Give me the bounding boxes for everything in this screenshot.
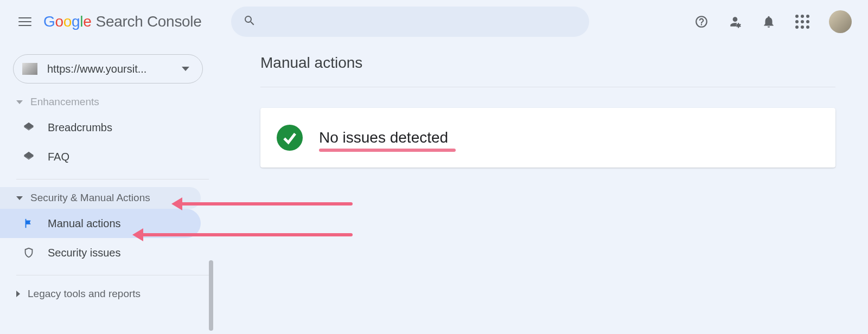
annotation-underline: [319, 149, 456, 152]
sidebar-section-label: Enhancements: [30, 96, 99, 108]
menu-button[interactable]: [18, 15, 31, 28]
sidebar-item-breadcrumbs[interactable]: Breadcrumbs: [0, 113, 201, 142]
sidebar-section-label: Legacy tools and reports: [28, 288, 141, 300]
help-icon[interactable]: [694, 15, 709, 29]
apps-icon[interactable]: [795, 15, 809, 29]
shield-icon: [23, 247, 36, 259]
status-message: No issues detected: [319, 129, 448, 146]
sidebar-section-legacy[interactable]: Legacy tools and reports: [0, 283, 209, 305]
search-input[interactable]: [231, 7, 589, 37]
annotation-arrow: [141, 233, 353, 236]
sidebar-item-label: FAQ: [48, 151, 69, 163]
layers-icon: [23, 151, 36, 163]
checkmark-icon: [277, 125, 303, 151]
product-name: Search Console: [96, 13, 202, 30]
search-icon: [243, 14, 256, 29]
caret-down-icon: [16, 196, 23, 200]
page-title: Manual actions: [260, 54, 835, 72]
sidebar-item-label: Manual actions: [48, 217, 121, 230]
avatar[interactable]: [829, 10, 852, 33]
divider: [16, 179, 209, 179]
divider: [16, 275, 209, 275]
flag-icon: [23, 217, 36, 229]
property-url: https://www.yoursit...: [47, 63, 182, 75]
logo: Google Search Console: [43, 13, 202, 30]
user-settings-icon[interactable]: [728, 15, 742, 29]
notifications-icon[interactable]: [762, 15, 776, 29]
annotation-arrow: [180, 202, 353, 205]
sidebar-item-security-issues[interactable]: Security issues: [0, 238, 201, 267]
google-logo: Google: [43, 13, 92, 30]
status-message-text: No issues detected: [319, 129, 448, 146]
caret-down-icon: [16, 100, 23, 104]
sidebar-section-label: Security & Manual Actions: [30, 192, 150, 204]
property-thumbnail: [22, 63, 37, 75]
main-content: Manual actions No issues detected: [260, 54, 835, 168]
chevron-down-icon: [182, 67, 189, 71]
divider: [260, 87, 835, 87]
caret-right-icon: [16, 291, 20, 297]
sidebar-item-faq[interactable]: FAQ: [0, 142, 201, 171]
status-card: No issues detected: [260, 108, 835, 168]
scrollbar[interactable]: [209, 260, 213, 331]
sidebar-section-enhancements[interactable]: Enhancements: [0, 91, 209, 113]
layers-icon: [23, 121, 36, 133]
sidebar-item-label: Security issues: [48, 247, 121, 259]
sidebar: https://www.yoursit... Enhancements Brea…: [0, 43, 209, 334]
sidebar-item-label: Breadcrumbs: [48, 121, 112, 134]
sidebar-section-security[interactable]: Security & Manual Actions: [0, 187, 201, 209]
property-selector[interactable]: https://www.yoursit...: [13, 54, 203, 84]
